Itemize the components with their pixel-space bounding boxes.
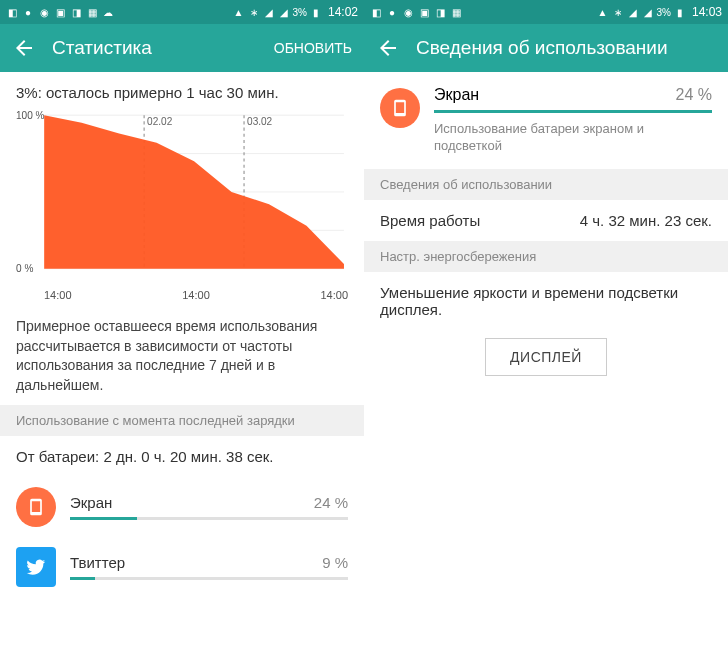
detail-desc: Использование батареи экраном и подсветк… [434,121,712,155]
screen-statistics: ◧ ● ◉ ▣ ◨ ▦ ☁ ▲ ∗ ◢ ◢ 3% ▮ 14:02 Статист… [0,0,364,647]
runtime-value: 4 ч. 32 мин. 23 сек. [580,212,712,229]
notif-icon: ▣ [54,6,66,18]
notif-icon: ● [22,6,34,18]
xtick: 14:00 [182,289,210,301]
notif-icon: ◉ [38,6,50,18]
signal-icon: ◢ [642,6,654,18]
battery-summary: 3%: осталось примерно 1 час 30 мин. [0,72,364,109]
usage-name: Экран [70,494,112,511]
svg-text:03.02: 03.02 [247,116,272,127]
page-title: Сведения об использовании [416,37,716,59]
detail-name: Экран [434,86,479,104]
notif-icon: ◨ [70,6,82,18]
page-title: Статистика [52,37,274,59]
explanation-text: Примерное оставшееся время использования… [0,307,364,405]
usage-name: Твиттер [70,554,125,571]
bluetooth-icon: ∗ [248,6,260,18]
svg-text:0 %: 0 % [16,263,33,274]
battery-chart: 02.0203.02100 %0 % [0,109,364,287]
signal-icon: ◢ [627,6,639,18]
usage-pct: 24 % [314,494,348,511]
runtime-row: Время работы 4 ч. 32 мин. 23 сек. [364,200,728,241]
action-bar: Статистика ОБНОВИТЬ [0,24,364,72]
status-time: 14:02 [328,5,358,19]
twitter-icon [16,547,56,587]
back-icon[interactable] [376,36,400,60]
power-desc: Уменьшение яркости и времени подсветки д… [364,272,728,330]
section-header-usage: Сведения об использовании [364,169,728,200]
wifi-icon: ▲ [233,6,245,18]
battery-icon: ▮ [674,6,686,18]
notif-icon: ▣ [418,6,430,18]
notif-icon: ◧ [370,6,382,18]
xtick: 14:00 [320,289,348,301]
battery-pct: 3% [293,7,307,18]
notif-icon: ● [386,6,398,18]
status-bar: ◧ ● ◉ ▣ ◨ ▦ ☁ ▲ ∗ ◢ ◢ 3% ▮ 14:02 [0,0,364,24]
status-bar: ◧ ● ◉ ▣ ◨ ▦ ▲ ∗ ◢ ◢ 3% ▮ 14:03 [364,0,728,24]
svg-text:02.02: 02.02 [147,116,172,127]
battery-icon: ▮ [310,6,322,18]
signal-icon: ◢ [263,6,275,18]
notif-icon: ▦ [450,6,462,18]
screen-usage-details: ◧ ● ◉ ▣ ◨ ▦ ▲ ∗ ◢ ◢ 3% ▮ 14:03 Сведения … [364,0,728,647]
section-header-power: Настр. энергосбережения [364,241,728,272]
svg-text:100 %: 100 % [16,110,44,121]
notif-icon: ☁ [102,6,114,18]
battery-time: От батареи: 2 дн. 0 ч. 20 мин. 38 сек. [0,436,364,477]
refresh-button[interactable]: ОБНОВИТЬ [274,40,352,56]
bluetooth-icon: ∗ [612,6,624,18]
signal-icon: ◢ [278,6,290,18]
usage-detail-header: Экран 24 % Использование батареи экраном… [364,72,728,169]
xtick: 14:00 [44,289,72,301]
battery-pct: 3% [657,7,671,18]
section-header-since-charge: Использование с момента последней зарядк… [0,405,364,436]
notif-icon: ▦ [86,6,98,18]
screen-icon [380,88,420,128]
usage-item-twitter[interactable]: Твиттер 9 % [0,537,364,597]
usage-item-screen[interactable]: Экран 24 % [0,477,364,537]
action-bar: Сведения об использовании [364,24,728,72]
runtime-label: Время работы [380,212,480,229]
notif-icon: ◉ [402,6,414,18]
back-icon[interactable] [12,36,36,60]
notif-icon: ◧ [6,6,18,18]
usage-pct: 9 % [322,554,348,571]
display-button[interactable]: ДИСПЛЕЙ [485,338,607,376]
status-time: 14:03 [692,5,722,19]
detail-pct: 24 % [676,86,712,104]
notif-icon: ◨ [434,6,446,18]
screen-icon [16,487,56,527]
wifi-icon: ▲ [597,6,609,18]
chart-xaxis: 14:00 14:00 14:00 [0,287,364,307]
